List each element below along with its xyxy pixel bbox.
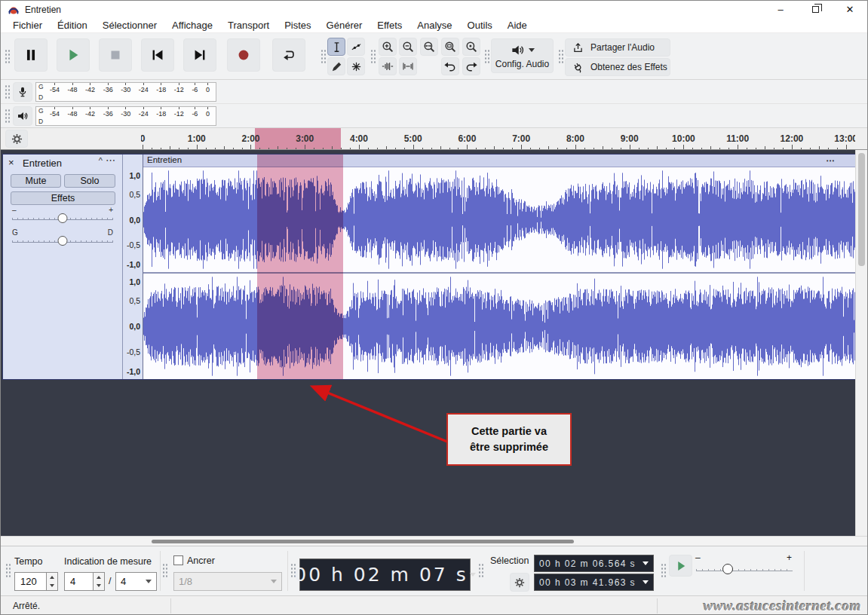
menu-item[interactable]: Outils: [460, 19, 500, 32]
record-button[interactable]: [227, 38, 260, 72]
menu-item[interactable]: Affichage: [164, 19, 220, 32]
playback-meter[interactable]: GD -54-48-42-36-30-24-18-12-60: [35, 106, 216, 126]
toolbar-grip[interactable]: [5, 109, 10, 124]
get-effects-button[interactable]: Obtenez des Effets: [565, 58, 670, 76]
toolbar-grip[interactable]: [558, 49, 563, 64]
mute-button[interactable]: Mute: [11, 174, 61, 188]
timeline-settings-button[interactable]: [5, 130, 28, 148]
menu-item[interactable]: Générer: [319, 19, 370, 32]
horizontal-scrollbar[interactable]: [1, 536, 867, 546]
snap-checkbox[interactable]: Ancrer: [173, 555, 215, 566]
menu-item[interactable]: Édition: [50, 19, 95, 32]
stop-button[interactable]: [99, 38, 132, 72]
minimize-button[interactable]: –: [763, 1, 798, 18]
timeline-tick: [521, 145, 522, 149]
share-audio-button[interactable]: Partager l'Audio: [565, 38, 670, 57]
playback-meter-speaker-button[interactable]: [13, 106, 32, 126]
pan-slider-thumb[interactable]: [58, 236, 68, 246]
effects-button[interactable]: Effets: [11, 191, 115, 205]
waveform-channel-2[interactable]: [143, 274, 857, 379]
solo-button[interactable]: Solo: [64, 174, 115, 188]
menu-item[interactable]: Fichier: [5, 19, 50, 32]
multi-tool-button[interactable]: [347, 57, 365, 75]
record-meter[interactable]: GD -54-48-42-36-30-24-18-12-60: [35, 82, 216, 102]
track-close-button[interactable]: ×: [8, 157, 14, 168]
waveform-clip[interactable]: Entretien ⋯: [143, 155, 857, 379]
meter-scale-label: 0: [206, 83, 210, 101]
zoom-toggle-button[interactable]: [462, 38, 480, 56]
toolbar-grip[interactable]: [484, 49, 489, 64]
zoom-project-button[interactable]: [441, 38, 459, 56]
pause-button[interactable]: [14, 38, 48, 72]
vertical-scale-ruler[interactable]: 1,00,50,0-0,5-1,0 1,00,50,0-0,5-1,0: [123, 155, 143, 379]
timeline-tick: [268, 148, 269, 149]
restore-button[interactable]: [798, 1, 833, 18]
skip-to-end-button[interactable]: [183, 38, 216, 72]
menu-item[interactable]: Analyse: [409, 19, 459, 32]
skip-to-start-button[interactable]: [141, 38, 174, 72]
track-menu-button[interactable]: ⋯: [106, 155, 116, 166]
selection-settings-button[interactable]: [510, 573, 529, 592]
toolbar-grip[interactable]: [321, 49, 326, 64]
selection-end-field[interactable]: 00 h 03 m 41.963 s: [534, 574, 654, 591]
waveform-channel-1[interactable]: [143, 167, 857, 272]
checkbox-icon[interactable]: [173, 555, 183, 565]
menu-item[interactable]: Effets: [370, 19, 409, 32]
gain-slider[interactable]: [12, 218, 113, 220]
clip-header[interactable]: Entretien ⋯: [143, 155, 857, 167]
zoom-in-button[interactable]: [379, 38, 397, 56]
pan-slider[interactable]: [12, 240, 113, 243]
timeline-ruler[interactable]: 01:002:003:004:005:006:007:008:009:0010:…: [141, 128, 855, 149]
track-canvas[interactable]: × Entretien ^ ⋯ Mute Solo Effets – + G D…: [1, 150, 867, 536]
meter-scale-label: -42: [85, 83, 95, 101]
menu-item[interactable]: Aide: [500, 19, 535, 32]
horizontal-scrollbar-thumb[interactable]: [152, 540, 574, 543]
redo-button[interactable]: [462, 57, 480, 75]
play-at-speed-button[interactable]: [669, 555, 692, 577]
toolbar-grip[interactable]: [661, 563, 666, 578]
toolbar-grip[interactable]: [5, 563, 11, 578]
toolbar-grip[interactable]: [5, 49, 10, 64]
audio-position-display[interactable]: 00 h 02 m 07 s: [299, 558, 471, 591]
menu-item[interactable]: Pistes: [277, 19, 318, 32]
track-collapse-button[interactable]: ^: [99, 156, 103, 165]
vertical-scrollbar[interactable]: [855, 150, 867, 536]
draw-tool-button[interactable]: [327, 57, 345, 75]
selection-tool-button[interactable]: [327, 38, 345, 56]
vertical-scrollbar-thumb[interactable]: [858, 153, 865, 266]
toolbar-grip[interactable]: [478, 563, 483, 578]
envelope-tool-button[interactable]: [347, 38, 365, 56]
gain-plus-label: +: [109, 206, 113, 214]
zoom-out-button[interactable]: [399, 38, 417, 56]
silence-selection-button[interactable]: [399, 57, 417, 75]
menu-item[interactable]: Transport: [220, 19, 277, 32]
record-meter-mic-button[interactable]: [13, 82, 32, 102]
config-audio-button[interactable]: Config. Audio: [491, 38, 554, 73]
playback-speed-slider[interactable]: [696, 569, 793, 571]
trim-outside-selection-button[interactable]: [379, 57, 397, 75]
toolbar-grip[interactable]: [370, 49, 376, 64]
toolbar-grip[interactable]: [162, 563, 167, 578]
menu-item[interactable]: Sélectionner: [95, 19, 164, 32]
clip-menu-button[interactable]: ⋯: [827, 155, 836, 166]
zoom-selection-button[interactable]: [420, 38, 438, 56]
undo-button[interactable]: [441, 57, 459, 75]
time-signature-lower-select[interactable]: 4: [115, 572, 157, 591]
time-signature-upper-input[interactable]: [64, 572, 94, 591]
clip-name: Entretien: [147, 155, 182, 164]
snap-select[interactable]: 1/8: [173, 572, 282, 591]
tempo-input[interactable]: [14, 572, 47, 591]
gain-slider-thumb[interactable]: [58, 213, 68, 223]
selection-start-field[interactable]: 00 h 02 m 06.564 s: [534, 555, 654, 572]
track-title[interactable]: Entretien: [23, 158, 62, 169]
playback-speed-thumb[interactable]: [722, 564, 733, 574]
time-signature-spinner[interactable]: [94, 572, 105, 591]
play-button[interactable]: [57, 38, 90, 72]
timeline-tick: [630, 145, 630, 149]
toolbar-grip[interactable]: [5, 84, 10, 99]
timeline-tick: [170, 146, 170, 149]
scale-label: 0,5: [129, 296, 140, 305]
loop-button[interactable]: [272, 38, 305, 72]
tempo-spinner[interactable]: [47, 572, 58, 591]
close-button[interactable]: ✕: [833, 1, 867, 18]
